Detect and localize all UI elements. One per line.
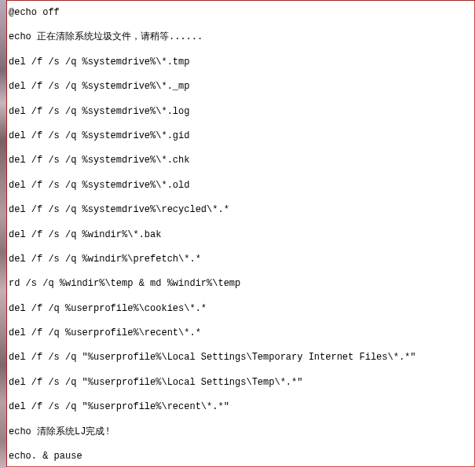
code-line: @echo off [9,7,471,18]
code-line: del /f /q %userprofile%\cookies\*.* [9,303,471,314]
page: @echo off echo 正在清除系统垃圾文件，请稍等...... del … [0,0,476,468]
code-line: echo 正在清除系统垃圾文件，请稍等...... [9,31,471,42]
code-line: del /f /s /q %systemdrive%\*.tmp [9,57,471,68]
code-line: del /f /s /q %systemdrive%\*.old [9,180,471,191]
code-line: del /f /s /q %systemdrive%\*.gid [9,130,471,141]
code-line: echo 清除系统LJ完成! [9,426,471,437]
code-line: del /f /s /q %systemdrive%\recycled\*.* [9,204,471,215]
code-line: del /f /s /q %systemdrive%\*._mp [9,81,471,92]
left-decorative-strip [0,0,6,468]
code-line: rd /s /q %windir%\temp & md %windir%\tem… [9,278,471,289]
code-line: del /f /q %userprofile%\recent\*.* [9,327,471,338]
code-line: del /f /s /q "%userprofile%\Local Settin… [9,377,471,388]
code-box: @echo off echo 正在清除系统垃圾文件，请稍等...... del … [6,0,475,467]
code-line: del /f /s /q "%userprofile%\Local Settin… [9,352,471,363]
code-line: echo. & pause [9,451,471,462]
code-line: del /f /s /q "%userprofile%\recent\*.*" [9,401,471,412]
code-line: del /f /s /q %windir%\prefetch\*.* [9,254,471,265]
code-line: del /f /s /q %systemdrive%\*.log [9,106,471,117]
code-line: del /f /s /q %windir%\*.bak [9,229,471,240]
code-line: del /f /s /q %systemdrive%\*.chk [9,155,471,166]
